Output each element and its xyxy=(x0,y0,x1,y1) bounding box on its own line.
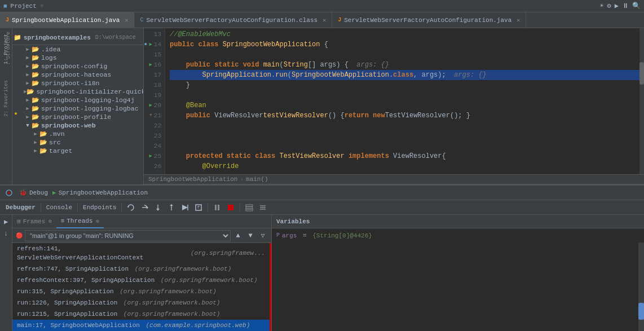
run-icon-25[interactable]: ▶ xyxy=(149,151,152,161)
editor-area: 13 ● ▶ 14 15 ▶ 16 17 18 19 ▶ 20 xyxy=(144,28,644,184)
frames-settings-icon[interactable]: ⚙ xyxy=(48,218,51,224)
tab-close-1[interactable]: ✕ xyxy=(125,17,128,24)
sidebar-tab-structure[interactable]: ↕ Structure xyxy=(4,28,12,68)
stack-frame-3[interactable]: run:315, SpringApplication (org.springfr… xyxy=(12,286,270,297)
stack-frame-2[interactable]: refreshContext:397, SpringApplication (o… xyxy=(12,275,270,286)
tab-springboot-web-app[interactable]: J SpringbootWebApplication.java ✕ xyxy=(0,12,134,28)
code-editor[interactable]: 13 ● ▶ 14 15 ▶ 16 17 18 19 ▶ 20 xyxy=(144,28,644,174)
debug-btn-settings[interactable] xyxy=(257,202,269,213)
toolbar-icon-4[interactable]: ⏸ xyxy=(622,2,629,10)
debug-header: 🐞 Debug ▶ SpringbootWebApplication xyxy=(0,186,644,200)
collapse-21[interactable]: + xyxy=(149,111,152,121)
run-icon-14[interactable]: ▶ xyxy=(149,39,152,50)
debug-side-btn-2[interactable]: ↓ xyxy=(1,228,12,240)
tab-servlet-class[interactable]: C ServletWebServerFactoryAutoConfigurati… xyxy=(134,12,332,28)
panel-tab-threads[interactable]: ≡ Threads ⚙ xyxy=(56,215,104,228)
debug-btn-pause[interactable] xyxy=(211,202,223,213)
sidebar: 1: Project 2: Favorites ↕ Structure 📁 sp… xyxy=(0,28,144,184)
frames-panel: ⊞ Frames ⚙ ≡ Threads ⚙ 🔴 "main"@1 in gro… xyxy=(12,215,272,331)
stack-frames[interactable]: refresh:141, ServletWebServerApplication… xyxy=(12,243,271,331)
tree-item-profile[interactable]: ▶ 📂 springboot-profile xyxy=(11,113,143,121)
debug-panel: 🐞 Debug ▶ SpringbootWebApplication Debug… xyxy=(0,184,644,331)
tree-item-log4j[interactable]: ▶ 📂 springboot-logging-log4j xyxy=(11,96,143,104)
tree-item-hateoas[interactable]: ▶ 📂 springboot-hateoas xyxy=(11,70,143,79)
stack-frame-4[interactable]: run:1226, SpringApplication (org.springf… xyxy=(12,297,270,308)
project-header: 📁 springbootexamples D:\workspace xyxy=(11,30,143,45)
toolbar-icon-1[interactable]: ☀ xyxy=(599,2,603,10)
tree-item-idea[interactable]: ▶ 📂 .idea xyxy=(11,45,143,54)
code-line-22 xyxy=(170,121,639,131)
folder-icon-i18n: 📂 xyxy=(32,80,39,87)
stack-frame-1[interactable]: refresh:747, SpringApplication (org.spri… xyxy=(12,263,270,275)
thread-dropdown[interactable]: "main"@1 in group "main": RUNNING xyxy=(25,230,231,241)
debug-btn-step-out[interactable] xyxy=(165,202,178,213)
debug-tab-debugger[interactable]: Debugger xyxy=(3,204,38,211)
arrow-config: ▶ xyxy=(24,63,32,69)
tree-item-config[interactable]: ▶ 📂 springboot-config xyxy=(11,62,143,70)
vars-scrollbar[interactable] xyxy=(638,242,644,331)
stack-frame-5[interactable]: run:1215, SpringApplication (org.springf… xyxy=(12,308,270,320)
tree-item-web[interactable]: ▼ 📂 springboot-web xyxy=(11,121,143,130)
tree-label-profile: springboot-profile xyxy=(41,113,111,121)
debug-btn-step-into[interactable] xyxy=(152,202,164,213)
tab-bar: J SpringbootWebApplication.java ✕ C Serv… xyxy=(0,12,644,28)
scrollbar-thumb xyxy=(639,62,644,85)
toolbar-icon-3[interactable]: ▶ xyxy=(615,2,619,10)
svg-text:f: f xyxy=(197,205,200,210)
toolbar-icon-5[interactable]: 🔍 xyxy=(632,2,641,10)
debug-side-btn-1[interactable]: ▶ xyxy=(1,216,12,227)
editor-scrollbar[interactable] xyxy=(639,28,644,174)
tree-item-mvn[interactable]: ▶ 📂 .mvn xyxy=(11,130,143,138)
arrow-profile: ▶ xyxy=(24,114,32,120)
panel-tab-frames[interactable]: ⊞ Frames ⚙ xyxy=(12,215,56,228)
ln-25: ▶ 25 xyxy=(144,151,161,161)
tree-item-logback[interactable]: ▶ 📂 springboot-logging-logbac xyxy=(11,104,143,113)
debug-tab-console[interactable]: Console xyxy=(44,204,74,211)
svg-rect-14 xyxy=(218,205,219,210)
main-area: 1: Project 2: Favorites ↕ Structure 📁 sp… xyxy=(0,28,644,184)
tree-item-initializer[interactable]: ▶ 📂 springboot-initializer-quick xyxy=(11,87,143,96)
debug-btn-rerun[interactable] xyxy=(125,202,137,213)
debug-btn-frames[interactable] xyxy=(243,202,255,213)
tree-item-i18n[interactable]: ▶ 📂 springboot-i18n xyxy=(11,79,143,87)
toolbar-icon-2[interactable]: ⚙ xyxy=(607,2,611,10)
ln-13: 13 xyxy=(144,29,161,39)
var-val-args: {String[0]@4426} xyxy=(312,231,372,241)
arrow-target: ▶ xyxy=(32,148,39,154)
tab-servlet-java[interactable]: J ServletWebServerFactoryAutoConfigurati… xyxy=(332,12,526,28)
debug-btn-evaluate[interactable]: f xyxy=(192,202,205,213)
debug-tab-endpoints[interactable]: Endpoints xyxy=(81,204,118,211)
debug-btn-stop[interactable] xyxy=(224,202,237,213)
tree-item-logs[interactable]: ▶ 📂 logs xyxy=(11,54,143,62)
toolbar-sep-4 xyxy=(208,203,208,212)
thread-nav-down[interactable]: ▼ xyxy=(245,231,255,241)
ln-14: ● ▶ 14 xyxy=(144,39,161,50)
stack-frame-6[interactable]: main:17, SpringbootWebApplication (com.e… xyxy=(12,320,270,331)
folder-icon-config: 📂 xyxy=(32,63,39,70)
stack-frame-0[interactable]: refresh:141, ServletWebServerApplication… xyxy=(12,243,270,263)
debug-btn-step-over[interactable] xyxy=(138,202,151,213)
tree-item-src[interactable]: ▶ 📂 src xyxy=(11,138,143,147)
run-icon-20[interactable]: ▶ xyxy=(149,100,152,111)
frame-label-6: main:17, SpringbootWebApplication xyxy=(17,321,140,330)
debug-icon: 🐞 xyxy=(19,189,27,196)
tree-label-i18n: springboot-i18n xyxy=(41,80,100,87)
sidebar-tab-favorites[interactable]: 2: Favorites xyxy=(3,80,9,119)
folder-icon-logback: 📂 xyxy=(32,105,39,112)
threads-settings-icon[interactable]: ⚙ xyxy=(96,218,99,224)
arrow-hateoas: ▶ xyxy=(24,72,32,78)
tree-item-target[interactable]: ▶ 📂 target xyxy=(11,147,143,155)
thread-nav-up[interactable]: ▲ xyxy=(233,231,243,241)
debug-btn-run-cursor[interactable] xyxy=(179,202,191,213)
tab-close-3[interactable]: ✕ xyxy=(517,17,520,24)
tab-close-2[interactable]: ✕ xyxy=(323,17,326,24)
run-icon-16[interactable]: ▶ xyxy=(149,60,152,70)
arrow-log4j: ▶ xyxy=(24,97,32,103)
vars-content[interactable]: P args = {String[0]@4426} xyxy=(272,228,644,331)
folder-icon-mvn: 📂 xyxy=(39,130,47,138)
code-line-18: } xyxy=(170,80,639,90)
thread-filter[interactable]: ▽ xyxy=(258,231,268,241)
tab-java-icon-3: J xyxy=(338,17,341,23)
debug-side-btn[interactable] xyxy=(3,187,15,198)
breadcrumb-class: SpringbootWebApplication xyxy=(148,176,237,183)
